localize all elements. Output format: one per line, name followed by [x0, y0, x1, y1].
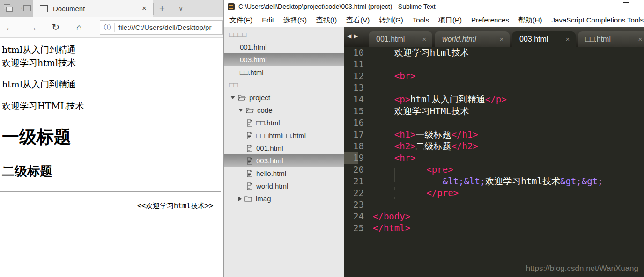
code-line[interactable]: 欢迎学习HTML技术: [371, 105, 469, 117]
tree-file-row[interactable]: □□.html: [224, 117, 344, 129]
code-token: </html>: [373, 223, 410, 233]
code-row[interactable]: 12<br>: [344, 70, 644, 82]
tree-item-label: □□.html: [256, 117, 280, 129]
code-row[interactable]: 15欢迎学习HTML技术: [344, 105, 644, 117]
code-line[interactable]: <hr>: [371, 152, 416, 164]
menu-item[interactable]: 文件(F): [225, 13, 257, 27]
code-line[interactable]: </html>: [371, 222, 410, 234]
tree-file-row[interactable]: world.html: [224, 180, 344, 192]
folders-header: □□: [224, 79, 344, 91]
code-row[interactable]: 21&lt;&lt;欢迎学习html技术&gt;&gt;: [344, 175, 644, 187]
tree-file-row[interactable]: 003.html: [224, 154, 344, 167]
open-file-name: 001.html: [240, 41, 267, 53]
tab-close-icon[interactable]: ×: [560, 35, 576, 43]
menu-item[interactable]: Edit: [257, 13, 279, 27]
tree-folder-row[interactable]: code: [224, 104, 344, 117]
maximize-icon[interactable]: [616, 0, 635, 12]
address-bar[interactable]: ⓘ file:///C:/Users/dell/Desktop/pr: [100, 20, 223, 35]
tree-file-row[interactable]: hello.html: [224, 167, 344, 180]
editor-tab[interactable]: 001.html×: [369, 31, 432, 47]
indent-guide: [373, 94, 373, 105]
indent-guide: [373, 164, 373, 175]
tab-close-icon[interactable]: ×: [416, 35, 432, 43]
editor-tab-bar: ◀▶ 001.html×world.html×003.html×□□.html×: [344, 27, 644, 47]
menu-item[interactable]: 转到(G): [374, 13, 408, 27]
code-row[interactable]: 14<p>html从入门到精通</p>: [344, 94, 644, 105]
indent-guide: [373, 187, 373, 199]
code-token: <h1>: [394, 129, 416, 139]
code-row[interactable]: 10欢迎学习html技术: [344, 47, 644, 58]
code-token: 欢迎学习html技术: [485, 176, 560, 186]
tab-dropdown-icon[interactable]: ∨: [174, 1, 187, 16]
refresh-icon[interactable]: ↻: [47, 17, 65, 37]
tree-folder-row[interactable]: imag: [224, 192, 344, 205]
tree-folder-row[interactable]: project: [224, 91, 344, 104]
folder-tree: projectcode□□.html□□□html□□.html001.html…: [224, 91, 344, 205]
browser-tab[interactable]: Document ×: [33, 0, 153, 17]
code-row[interactable]: 20<pre>: [344, 164, 644, 175]
code-row[interactable]: 11: [344, 58, 644, 70]
line-number: 16: [344, 117, 371, 129]
code-line[interactable]: <h2>二级标题</h2>: [371, 140, 478, 152]
file-icon: [246, 170, 253, 177]
tab-preview-icon[interactable]: [4, 4, 14, 13]
code-line[interactable]: [371, 199, 373, 211]
code-line[interactable]: </pre>: [371, 187, 459, 199]
tree-file-row[interactable]: □□□html□□.html: [224, 129, 344, 142]
forward-icon[interactable]: →: [23, 17, 41, 37]
back-icon[interactable]: ←: [1, 17, 19, 37]
menu-item[interactable]: Preferences: [466, 13, 514, 27]
line-number: 17: [344, 129, 371, 140]
code-editor[interactable]: 10欢迎学习html技术1112<br>1314<p>html从入门到精通</p…: [344, 47, 644, 277]
expand-triangle-icon[interactable]: [230, 96, 235, 99]
tab-close-icon[interactable]: ×: [137, 4, 151, 14]
code-row[interactable]: 13: [344, 82, 644, 94]
open-file-item[interactable]: 003.html: [224, 53, 344, 66]
tab-close-icon[interactable]: ×: [632, 35, 644, 43]
site-info-icon[interactable]: ⓘ: [104, 23, 111, 32]
code-token: </pre>: [426, 188, 459, 198]
code-row[interactable]: 18<h2>二级标题</h2>: [344, 140, 644, 152]
code-row[interactable]: 23: [344, 199, 644, 211]
code-line[interactable]: <p>html从入门到精通</p>: [371, 94, 507, 105]
expand-triangle-icon[interactable]: [238, 109, 243, 112]
editor-tab[interactable]: world.html×: [435, 31, 510, 47]
home-icon[interactable]: ⌂: [70, 17, 88, 37]
menu-item[interactable]: JavaScript Completions Tools: [547, 13, 644, 27]
collapse-triangle-icon[interactable]: [238, 197, 242, 201]
code-line[interactable]: <h1>一级标题</h1>: [371, 129, 478, 140]
menu-item[interactable]: 帮助(H): [514, 13, 547, 27]
code-line[interactable]: <pre>: [371, 164, 453, 175]
sublime-title-bar: C:\Users\dell\Desktop\project\code\003.h…: [224, 0, 644, 13]
open-file-item[interactable]: □□.html: [224, 66, 344, 79]
tab-close-icon[interactable]: ×: [494, 35, 510, 43]
tab-scroll-arrows[interactable]: ◀▶: [347, 33, 360, 39]
editor-tab[interactable]: □□.html×: [578, 31, 644, 47]
code-line[interactable]: 欢迎学习html技术: [371, 47, 469, 58]
tree-file-row[interactable]: 001.html: [224, 142, 344, 154]
tree-item-label: world.html: [256, 180, 288, 192]
new-tab-button[interactable]: +: [155, 1, 169, 16]
set-tabs-aside-icon[interactable]: ←: [20, 5, 31, 12]
tree-item-label: 001.html: [256, 142, 283, 154]
code-row[interactable]: 17<h1>一级标题</h1>: [344, 129, 644, 140]
minimize-icon[interactable]: —: [588, 0, 607, 12]
editor-tab[interactable]: 003.html×: [512, 31, 576, 47]
menu-item[interactable]: 查找(I): [311, 13, 341, 27]
menu-item[interactable]: 项目(P): [434, 13, 466, 27]
menu-item[interactable]: 查看(V): [341, 13, 374, 27]
code-row[interactable]: 16: [344, 117, 644, 129]
code-line[interactable]: </body>: [371, 211, 410, 222]
code-row[interactable]: 22</pre>: [344, 187, 644, 199]
code-row[interactable]: 19<hr>: [344, 152, 644, 164]
menu-item[interactable]: 选择(S): [279, 13, 311, 27]
code-row[interactable]: 25</html>: [344, 222, 644, 234]
menu-item[interactable]: Tools: [408, 13, 434, 27]
browser-navbar: ← → ↻ ⌂ ⓘ file:///C:/Users/dell/Desktop/…: [0, 17, 224, 38]
address-url[interactable]: file:///C:/Users/dell/Desktop/pr: [118, 23, 211, 31]
code-row[interactable]: 24</body>: [344, 211, 644, 222]
open-file-item[interactable]: 001.html: [224, 41, 344, 53]
code-line[interactable]: <br>: [371, 70, 416, 82]
code-line[interactable]: &lt;&lt;欢迎学习html技术&gt;&gt;: [371, 175, 603, 187]
line-number: 21: [344, 175, 371, 187]
